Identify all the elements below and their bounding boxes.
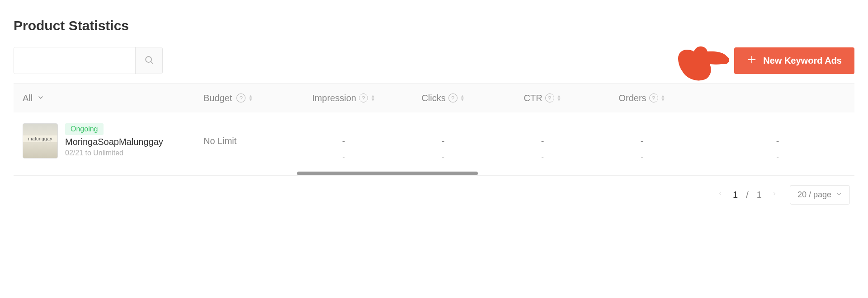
column-budget[interactable]: Budget ? ▲▼ [203, 93, 294, 103]
sort-icon[interactable]: ▲▼ [661, 94, 665, 102]
column-ctr-label: CTR [524, 93, 542, 103]
cell-impression: - - [294, 123, 393, 162]
svg-rect-2 [713, 56, 729, 64]
new-keyword-ads-button[interactable]: New Keyword Ads [734, 47, 854, 74]
help-icon[interactable]: ? [545, 93, 554, 102]
search-box [14, 47, 163, 74]
search-button[interactable] [135, 47, 162, 74]
search-input[interactable] [14, 47, 135, 74]
sort-icon[interactable]: ▲▼ [248, 94, 253, 102]
page-title: Product Statistics [14, 18, 854, 33]
help-icon[interactable]: ? [236, 93, 245, 102]
new-keyword-ads-label: New Keyword Ads [763, 56, 842, 66]
column-budget-label: Budget [203, 93, 232, 103]
cell-extra: -- [692, 123, 854, 162]
table-header: All Budget ? ▲▼ Impression ? ▲▼ [14, 84, 854, 112]
page-separator: / [746, 190, 749, 200]
table-row: Ongoing MoringaSoapMalunggay 02/21 to Un… [14, 112, 854, 175]
filter-label: All [23, 93, 33, 103]
help-icon[interactable]: ? [359, 93, 368, 102]
column-clicks[interactable]: Clicks ? ▲▼ [393, 93, 493, 103]
svg-line-1 [151, 61, 152, 63]
pagination-bar: 1 / 1 20 / page [14, 176, 854, 209]
column-orders[interactable]: Orders ? ▲▼ [592, 93, 692, 103]
cell-ctr: - - [493, 123, 592, 162]
pointing-hand-icon [676, 38, 730, 85]
cell-ctr-sub: - [541, 153, 544, 162]
cell-budget: No Limit [203, 123, 294, 146]
product-name[interactable]: MoringaSoapMalunggay [65, 137, 163, 147]
column-clicks-label: Clicks [421, 93, 445, 103]
column-ctr[interactable]: CTR ? ▲▼ [493, 93, 592, 103]
next-page-button[interactable] [770, 188, 779, 202]
prev-page-button[interactable] [716, 188, 725, 202]
sort-icon[interactable]: ▲▼ [557, 94, 561, 102]
cell-orders: - - [592, 123, 692, 162]
help-icon[interactable]: ? [649, 93, 658, 102]
statistics-table: All Budget ? ▲▼ Impression ? ▲▼ [14, 83, 854, 176]
cell-clicks: - - [393, 123, 493, 162]
sort-icon[interactable]: ▲▼ [371, 94, 375, 102]
total-pages: 1 [757, 190, 762, 200]
chevron-down-icon [37, 93, 44, 103]
page-size-label: 20 / page [797, 190, 831, 200]
column-impression-label: Impression [312, 93, 356, 103]
help-icon[interactable]: ? [448, 93, 458, 102]
cell-ctr-value: - [541, 136, 544, 146]
sort-icon[interactable]: ▲▼ [460, 94, 465, 102]
filter-all-dropdown[interactable]: All [14, 93, 203, 103]
search-icon [144, 55, 154, 66]
plus-icon [747, 55, 757, 67]
column-orders-label: Orders [618, 93, 646, 103]
cell-clicks-value: - [442, 136, 445, 146]
product-thumbnail[interactable] [23, 123, 58, 158]
product-dates: 02/21 to Unlimited [65, 149, 163, 157]
cell-clicks-sub: - [442, 153, 444, 162]
cell-orders-sub: - [641, 153, 643, 162]
page-size-select[interactable]: 20 / page [790, 185, 850, 205]
column-impression[interactable]: Impression ? ▲▼ [294, 93, 393, 103]
status-badge: Ongoing [65, 123, 104, 135]
current-page: 1 [733, 190, 738, 200]
cell-orders-value: - [641, 136, 644, 146]
chevron-down-icon [836, 190, 842, 200]
horizontal-scrollbar[interactable] [297, 172, 478, 175]
cell-impression-sub: - [342, 153, 345, 162]
cell-impression-value: - [342, 136, 345, 146]
